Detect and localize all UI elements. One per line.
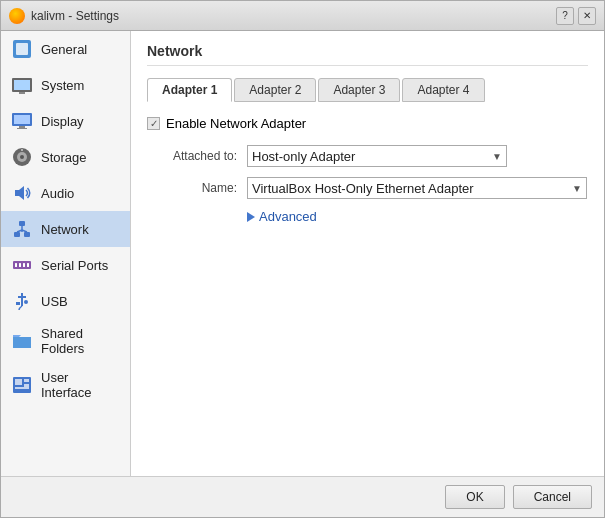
storage-icon bbox=[11, 146, 33, 168]
footer: OK Cancel bbox=[1, 476, 604, 517]
sidebar-item-audio[interactable]: Audio bbox=[1, 175, 130, 211]
tabs-bar: Adapter 1 Adapter 2 Adapter 3 Adapter 4 bbox=[147, 78, 588, 102]
svg-rect-1 bbox=[16, 43, 28, 55]
sidebar-label-display: Display bbox=[41, 114, 84, 129]
svg-rect-4 bbox=[19, 92, 25, 94]
title-bar: kalivm - Settings ? ✕ bbox=[1, 1, 604, 31]
svg-rect-23 bbox=[23, 263, 25, 267]
attached-to-row: Attached to: Host-only Adapter ▼ bbox=[147, 145, 588, 167]
tab-adapter4[interactable]: Adapter 4 bbox=[402, 78, 484, 102]
window-title: kalivm - Settings bbox=[31, 9, 556, 23]
attached-to-select[interactable]: Host-only Adapter ▼ bbox=[247, 145, 507, 167]
svg-rect-8 bbox=[17, 128, 27, 129]
tab-adapter2[interactable]: Adapter 2 bbox=[234, 78, 316, 102]
svg-rect-3 bbox=[14, 80, 30, 90]
svg-rect-25 bbox=[16, 302, 20, 305]
sidebar-label-shared-folders: Shared Folders bbox=[41, 326, 120, 356]
enable-checkbox[interactable]: ✓ bbox=[147, 117, 160, 130]
name-label: Name: bbox=[147, 181, 237, 195]
name-row: Name: VirtualBox Host-Only Ethernet Adap… bbox=[147, 177, 588, 199]
advanced-label: Advanced bbox=[259, 209, 317, 224]
checkmark-icon: ✓ bbox=[150, 118, 158, 129]
usb-icon bbox=[11, 290, 33, 312]
sidebar-label-user-interface: User Interface bbox=[41, 370, 120, 400]
sidebar-label-network: Network bbox=[41, 222, 89, 237]
tab-content: ✓ Enable Network Adapter Attached to: Ho… bbox=[147, 116, 588, 464]
svg-point-12 bbox=[21, 149, 23, 151]
advanced-toggle-icon bbox=[247, 212, 255, 222]
sidebar-item-display[interactable]: Display bbox=[1, 103, 130, 139]
cancel-button[interactable]: Cancel bbox=[513, 485, 592, 509]
advanced-row[interactable]: Advanced bbox=[247, 209, 588, 224]
svg-point-11 bbox=[20, 155, 24, 159]
window-body: General System Display Storage bbox=[1, 31, 604, 476]
sidebar-item-shared-folders[interactable]: Shared Folders bbox=[1, 319, 130, 363]
svg-rect-16 bbox=[19, 221, 25, 226]
svg-rect-29 bbox=[24, 379, 29, 382]
enable-row: ✓ Enable Network Adapter bbox=[147, 116, 588, 131]
ok-button[interactable]: OK bbox=[445, 485, 504, 509]
svg-rect-15 bbox=[24, 232, 30, 237]
ui-icon bbox=[11, 374, 33, 396]
audio-icon bbox=[11, 182, 33, 204]
sidebar-label-audio: Audio bbox=[41, 186, 74, 201]
sidebar-label-serial-ports: Serial Ports bbox=[41, 258, 108, 273]
app-icon bbox=[9, 8, 25, 24]
system-icon bbox=[11, 74, 33, 96]
sidebar-item-user-interface[interactable]: User Interface bbox=[1, 363, 130, 407]
sidebar-label-system: System bbox=[41, 78, 84, 93]
svg-rect-24 bbox=[27, 263, 29, 267]
tab-adapter3[interactable]: Adapter 3 bbox=[318, 78, 400, 102]
name-select[interactable]: VirtualBox Host-Only Ethernet Adapter ▼ bbox=[247, 177, 587, 199]
settings-window: kalivm - Settings ? ✕ General System bbox=[0, 0, 605, 518]
svg-rect-6 bbox=[14, 115, 30, 124]
svg-rect-22 bbox=[19, 263, 21, 267]
main-content: Network Adapter 1 Adapter 2 Adapter 3 Ad… bbox=[131, 31, 604, 476]
sidebar-item-usb[interactable]: USB bbox=[1, 283, 130, 319]
sidebar-item-general[interactable]: General bbox=[1, 31, 130, 67]
help-button[interactable]: ? bbox=[556, 7, 574, 25]
network-icon bbox=[11, 218, 33, 240]
sidebar: General System Display Storage bbox=[1, 31, 131, 476]
sidebar-label-usb: USB bbox=[41, 294, 68, 309]
sidebar-item-serial-ports[interactable]: Serial Ports bbox=[1, 247, 130, 283]
enable-label: Enable Network Adapter bbox=[166, 116, 306, 131]
sidebar-item-network[interactable]: Network bbox=[1, 211, 130, 247]
display-icon bbox=[11, 110, 33, 132]
close-button[interactable]: ✕ bbox=[578, 7, 596, 25]
svg-point-26 bbox=[24, 300, 28, 304]
svg-rect-28 bbox=[15, 379, 22, 385]
sidebar-item-system[interactable]: System bbox=[1, 67, 130, 103]
name-value: VirtualBox Host-Only Ethernet Adapter bbox=[252, 181, 474, 196]
svg-rect-21 bbox=[15, 263, 17, 267]
svg-marker-13 bbox=[15, 186, 24, 200]
attached-to-label: Attached to: bbox=[147, 149, 237, 163]
attached-to-arrow-icon: ▼ bbox=[492, 151, 502, 162]
name-arrow-icon: ▼ bbox=[572, 183, 582, 194]
sidebar-label-storage: Storage bbox=[41, 150, 87, 165]
general-icon bbox=[11, 38, 33, 60]
window-controls: ? ✕ bbox=[556, 7, 596, 25]
serial-icon bbox=[11, 254, 33, 276]
svg-rect-7 bbox=[19, 126, 25, 128]
svg-rect-31 bbox=[15, 387, 29, 389]
sidebar-label-general: General bbox=[41, 42, 87, 57]
svg-rect-30 bbox=[24, 384, 29, 387]
tab-adapter1[interactable]: Adapter 1 bbox=[147, 78, 232, 102]
section-title: Network bbox=[147, 43, 588, 66]
folder-icon bbox=[11, 330, 33, 352]
svg-rect-14 bbox=[14, 232, 20, 237]
sidebar-item-storage[interactable]: Storage bbox=[1, 139, 130, 175]
attached-to-value: Host-only Adapter bbox=[252, 149, 355, 164]
